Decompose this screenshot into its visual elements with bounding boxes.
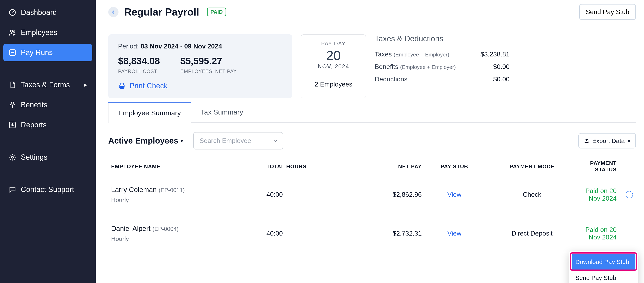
status-badge: PAID [207,8,226,16]
net-pay: $2,862.96 [344,191,422,198]
sidebar-item-label: Pay Runs [21,48,53,57]
print-check-label: Print Check [130,82,168,90]
payment-mode: Direct Deposit [487,230,577,237]
chevron-down-icon [272,138,278,144]
employee-id: (EP-0011) [158,187,185,193]
sidebar-item-employees[interactable]: Employees [3,24,92,41]
send-pay-stub-item[interactable]: Send Pay Stub [572,270,636,283]
th-employee-name: EMPLOYEE NAME [111,163,266,170]
back-button[interactable] [108,7,118,17]
period-prefix: Period: [118,43,140,50]
sidebar-item-label: Taxes & Forms [21,81,70,89]
table-row: Larry Coleman (EP-0011) Hourly 40:00 $2,… [108,175,636,214]
pay-stub-view-link[interactable]: View [422,230,487,237]
net-pay-metric: $5,595.27 EMPLOYEES' NET PAY [180,55,237,74]
users-icon [8,29,16,36]
arrow-square-icon [8,49,16,57]
sidebar-item-label: Benefits [21,101,48,109]
sidebar: Dashboard Employees Pay Runs Taxes & For… [0,0,96,283]
net-pay: $2,732.31 [344,230,422,237]
th-payment-status: PAYMENT STATUS [577,160,616,173]
payday-month: NOV, 2024 [305,63,362,75]
tabs: Employee Summary Tax Summary [108,102,636,123]
employee-id: (EP-0004) [152,226,178,232]
chart-icon [8,121,16,129]
sidebar-item-pay-runs[interactable]: Pay Runs [3,44,92,61]
employee-name: Larry Coleman (EP-0011) [111,186,266,194]
send-pay-stub-button[interactable]: Send Pay Stub [579,4,636,20]
benefits-row: Benefits (Employee + Employer) $0.00 [375,61,510,73]
pin-icon [8,101,16,109]
tax-row-value: $0.00 [493,76,510,83]
page-title: Regular Payroll [124,6,199,18]
employee-type: Hourly [111,196,266,203]
tax-row-value: $0.00 [493,63,510,71]
employee-name-text: Larry Coleman [111,186,157,193]
svg-point-2 [13,31,15,32]
more-actions-button[interactable]: ⋯ [626,191,633,198]
tax-row-paren: (Employee + Employer) [394,52,449,58]
tax-row-name: Taxes [375,51,392,58]
employee-name-text: Daniel Alpert [111,224,150,232]
taxes-row: Taxes (Employee + Employer) $3,238.81 [375,48,510,61]
sidebar-item-label: Contact Support [21,185,74,194]
payment-mode: Check [487,191,577,198]
tax-row-name: Benefits [375,63,398,70]
sidebar-item-taxes-forms[interactable]: Taxes & Forms ▶ [3,76,92,94]
search-placeholder: Search Employee [200,137,251,144]
sidebar-item-benefits[interactable]: Benefits [3,96,92,114]
main-content: Regular Payroll PAID Send Pay Stub Perio… [96,0,644,283]
payday-label: PAY DAY [305,41,362,47]
caret-down-icon: ▾ [180,138,183,144]
tax-row-paren: (Employee + Employer) [400,64,456,70]
pay-stub-view-link[interactable]: View [422,191,487,198]
export-data-label: Export Data [592,137,624,144]
taxes-heading: Taxes & Deductions [375,34,510,43]
employee-name: Daniel Alpert (EP-0004) [111,224,266,232]
tab-employee-summary[interactable]: Employee Summary [108,102,191,123]
th-total-hours: TOTAL HOURS [266,163,344,170]
th-payment-mode: PAYMENT MODE [487,163,577,170]
total-hours: 40:00 [266,191,344,198]
payday-employees: 2 Employees [305,81,362,88]
payroll-cost-label: PAYROLL COST [118,69,160,74]
active-employees-dropdown[interactable]: Active Employees ▾ [108,136,183,145]
chat-icon [8,186,16,193]
sidebar-item-dashboard[interactable]: Dashboard [3,4,92,21]
sidebar-item-contact-support[interactable]: Contact Support [3,181,92,198]
tax-row-value: $3,238.81 [480,51,510,58]
payment-status: Paid on 20 Nov 2024 [577,187,616,202]
sidebar-item-label: Dashboard [21,8,57,17]
upload-icon [584,138,590,144]
download-pay-stub-item[interactable]: Download Pay Stub [572,254,636,270]
deductions-row: Deductions $0.00 [375,73,510,86]
print-check-link[interactable]: Print Check [118,82,282,90]
payday-day: 20 [305,48,362,63]
sidebar-item-label: Reports [21,121,46,129]
tab-tax-summary[interactable]: Tax Summary [191,102,253,122]
dropdown-label-text: Active Employees [108,136,178,145]
payroll-cost-metric: $8,834.08 PAYROLL COST [118,55,160,74]
table-row: Daniel Alpert (EP-0004) Hourly 40:00 $2,… [108,214,636,253]
th-pay-stub: PAY STUB [422,163,487,170]
total-hours: 40:00 [266,230,344,237]
payroll-cost-amount: $8,834.08 [118,55,160,67]
period-card: Period: 03 Nov 2024 - 09 Nov 2024 $8,834… [108,34,292,98]
employee-search-input[interactable]: Search Employee [193,132,283,149]
tax-row-name: Deductions [375,76,408,83]
sidebar-item-settings[interactable]: Settings [3,148,92,166]
gauge-icon [8,9,16,16]
caret-down-icon: ▾ [628,137,630,144]
sidebar-item-label: Employees [21,28,57,37]
sidebar-item-label: Settings [21,153,48,162]
period-label: Period: 03 Nov 2024 - 09 Nov 2024 [118,43,282,50]
svg-point-1 [10,30,13,32]
net-pay-amount: $5,595.27 [180,55,237,67]
topbar: Regular Payroll PAID Send Pay Stub [96,0,644,26]
export-data-button[interactable]: Export Data ▾ [578,133,636,148]
period-range: 03 Nov 2024 - 09 Nov 2024 [140,43,222,50]
employee-table: EMPLOYEE NAME TOTAL HOURS NET PAY PAY ST… [108,158,636,253]
table-header: EMPLOYEE NAME TOTAL HOURS NET PAY PAY ST… [108,158,636,175]
sidebar-item-reports[interactable]: Reports [3,116,92,134]
gear-icon [8,153,16,161]
